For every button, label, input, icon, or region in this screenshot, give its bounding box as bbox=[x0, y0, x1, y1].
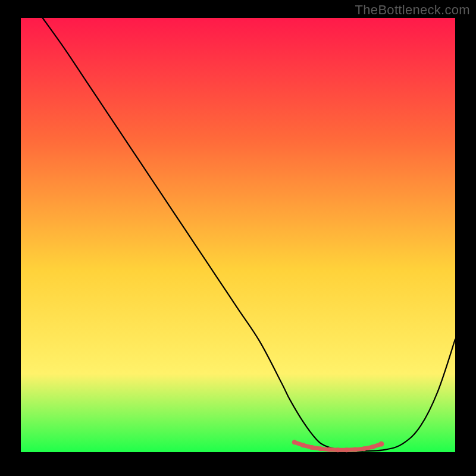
marker-dot bbox=[292, 440, 297, 444]
marker-dot bbox=[370, 444, 375, 449]
marker-dot bbox=[353, 447, 358, 452]
marker-dot bbox=[378, 441, 384, 447]
marker-dot bbox=[301, 443, 306, 447]
marker-dot bbox=[327, 447, 331, 452]
chart-frame: TheBottleneck.com bbox=[0, 0, 476, 476]
marker-dot bbox=[309, 445, 314, 450]
bottleneck-chart bbox=[0, 0, 476, 476]
watermark-text: TheBottleneck.com bbox=[355, 2, 470, 18]
marker-dot bbox=[362, 446, 367, 451]
plot-area bbox=[21, 18, 455, 452]
marker-dot bbox=[345, 447, 349, 452]
marker-dot bbox=[318, 446, 323, 451]
marker-dot bbox=[336, 447, 340, 452]
